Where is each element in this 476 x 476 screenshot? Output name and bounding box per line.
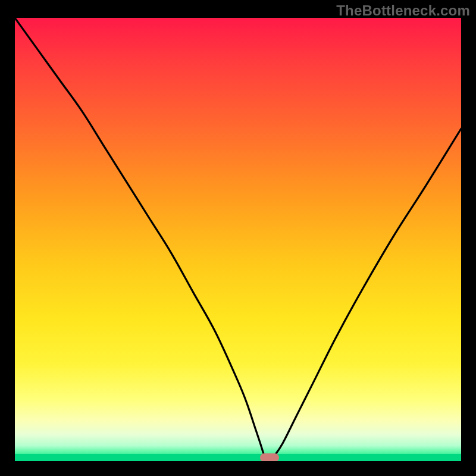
plot-area <box>15 18 461 461</box>
bottleneck-curve <box>15 18 461 461</box>
watermark-text: TheBottleneck.com <box>336 2 470 19</box>
chart-frame: TheBottleneck.com <box>0 0 476 476</box>
current-config-marker <box>260 453 279 461</box>
